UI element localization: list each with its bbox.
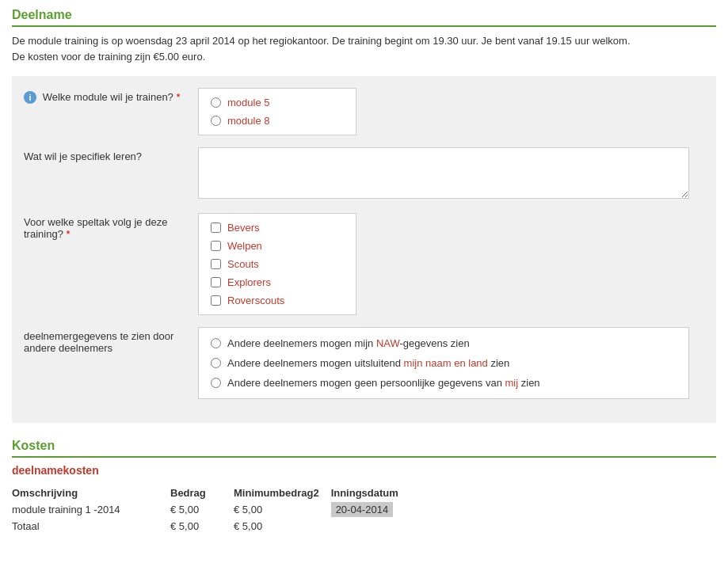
table-row: module training 1 -2014 € 5,00 € 5,00 20… [12,501,410,518]
inningsdatum-value: 20-04-2014 [331,502,394,517]
row-omschrijving: module training 1 -2014 [12,501,170,518]
privacy-geen-input[interactable] [211,378,221,388]
checkbox-bevers[interactable]: Bevers [211,222,344,234]
specifiek-row: Wat wil je specifiek leren? [24,147,704,201]
privacy-geen-label[interactable]: Andere deelnemers mogen geen persoonlijk… [227,377,540,389]
checkbox-bevers-input[interactable] [211,223,221,233]
privacy-label: deelnemergegevens te zien doorandere dee… [24,327,198,354]
checkbox-welpen-label[interactable]: Welpen [227,240,262,252]
privacy-radio-group: Andere deelnemers mogen mijn NAW-gegeven… [198,327,689,399]
row-minimum: € 5,00 [234,501,331,518]
row-bedrag: € 5,00 [170,501,234,518]
checkbox-welpen-input[interactable] [211,241,221,251]
checkbox-scouts[interactable]: Scouts [211,258,344,270]
info-text: De module training is op woensdag 23 apr… [12,33,716,64]
privacy-naam-land[interactable]: Andere deelnemers mogen uitsluitend mijn… [211,357,677,369]
radio-module8[interactable]: module 8 [211,115,344,127]
row-inningsdatum: 20-04-2014 [331,501,410,518]
checkbox-roverscouts[interactable]: Roverscouts [211,295,344,306]
speltak-row: Voor welke speltak volg je dezetraining?… [24,213,704,315]
privacy-naw-label[interactable]: Andere deelnemers mogen mijn NAW-gegeven… [227,337,470,349]
totaal-minimum: € 5,00 [234,518,331,534]
speltak-control: Bevers Welpen Scouts Explorers [198,213,704,315]
checkbox-roverscouts-label[interactable]: Roverscouts [227,295,284,306]
deelnamekosten-label: deelnamekosten [12,464,716,477]
module-radio-group: module 5 module 8 [198,88,356,135]
radio-module5-input[interactable] [211,97,221,108]
privacy-control: Andere deelnemers mogen mijn NAW-gegeven… [198,327,704,399]
header-omschrijving: Omschrijving [12,485,170,501]
info-line2: De kosten voor de training zijn €5.00 eu… [12,51,205,63]
privacy-row: deelnemergegevens te zien doorandere dee… [24,327,704,399]
totaal-inningsdatum [331,518,410,534]
info-line1: De module training is op woensdag 23 apr… [12,35,631,47]
kosten-table-header-row: Omschrijving Bedrag Minimumbedrag2 Innin… [12,485,410,501]
module-label: i Welke module wil je trainen? * [24,88,198,104]
checkbox-explorers-input[interactable] [211,277,221,287]
checkbox-scouts-label[interactable]: Scouts [227,258,259,270]
radio-module8-input[interactable] [211,116,221,126]
privacy-label-text: deelnemergegevens te zien doorandere dee… [24,330,173,354]
privacy-geen[interactable]: Andere deelnemers mogen geen persoonlijk… [211,377,677,389]
privacy-naw[interactable]: Andere deelnemers mogen mijn NAW-gegeven… [211,337,677,349]
speltak-label: Voor welke speltak volg je dezetraining?… [24,213,198,240]
totaal-label: Totaal [12,518,170,534]
deelname-title: Deelname [12,8,716,27]
module-options-container: module 5 module 8 [198,88,704,135]
checkbox-explorers[interactable]: Explorers [211,276,344,288]
totaal-row: Totaal € 5,00 € 5,00 [12,518,410,534]
module-row: i Welke module wil je trainen? * module … [24,88,704,135]
speltak-label-text: Voor welke speltak volg je dezetraining?… [24,216,167,240]
privacy-naam-land-input[interactable] [211,358,221,368]
form-section: i Welke module wil je trainen? * module … [12,76,716,423]
specifiek-label: Wat wil je specifiek leren? [24,147,198,162]
speltak-checkbox-group: Bevers Welpen Scouts Explorers [198,213,356,315]
info-icon: i [24,91,36,104]
totaal-bedrag: € 5,00 [170,518,234,534]
checkbox-bevers-label[interactable]: Bevers [227,222,259,234]
specifiek-label-text: Wat wil je specifiek leren? [24,150,142,162]
header-minimum: Minimumbedrag2 [234,485,331,501]
privacy-naw-input[interactable] [211,338,221,348]
radio-module5[interactable]: module 5 [211,97,344,108]
kosten-title: Kosten [12,439,716,458]
specifiek-textarea[interactable] [198,147,689,199]
radio-module5-label[interactable]: module 5 [227,97,269,108]
checkbox-roverscouts-input[interactable] [211,295,221,306]
module-required: * [176,91,180,103]
specifiek-control [198,147,704,201]
checkbox-welpen[interactable]: Welpen [211,240,344,252]
kosten-table: Omschrijving Bedrag Minimumbedrag2 Innin… [12,485,410,534]
kosten-section: Kosten deelnamekosten Omschrijving Bedra… [12,439,716,534]
checkbox-scouts-input[interactable] [211,259,221,269]
privacy-naam-land-label[interactable]: Andere deelnemers mogen uitsluitend mijn… [227,357,509,369]
header-bedrag: Bedrag [170,485,234,501]
checkbox-explorers-label[interactable]: Explorers [227,276,271,288]
header-inningsdatum: Inningsdatum [331,485,410,501]
module-question-text: Welke module wil je trainen? [43,91,173,103]
radio-module8-label[interactable]: module 8 [227,115,269,127]
